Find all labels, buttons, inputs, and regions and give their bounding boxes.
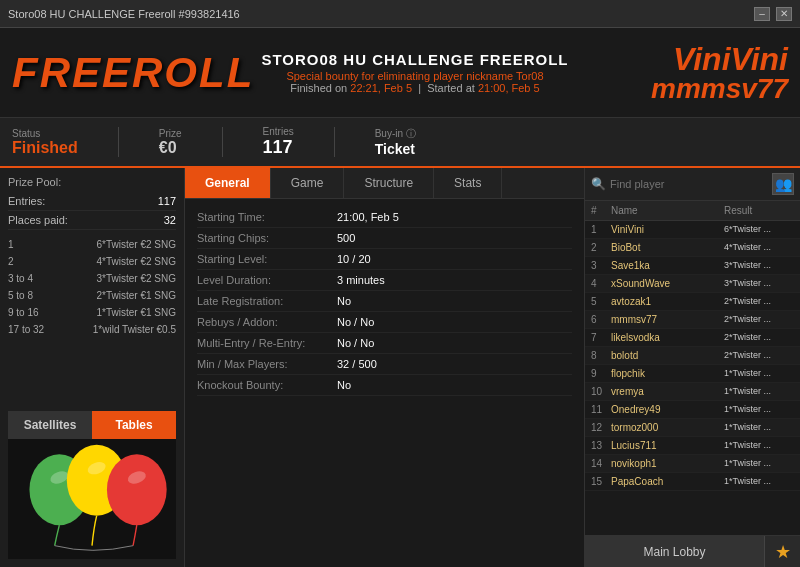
- list-item[interactable]: 7likelsvodka2*Twister ...: [585, 329, 800, 347]
- info-row: Level Duration:3 minutes: [197, 270, 572, 291]
- list-item[interactable]: 12tormoz0001*Twister ...: [585, 419, 800, 437]
- svg-point-4: [107, 454, 167, 525]
- player-rows: 1ViniVini6*Twister ...2BioBot4*Twister .…: [585, 221, 800, 491]
- window-title: Storo08 HU CHALLENGE Freeroll #993821416: [8, 8, 240, 20]
- header-center: STORO08 HU CHALLENGE FREEROLL Special bo…: [242, 51, 588, 94]
- tab-structure[interactable]: Structure: [344, 168, 434, 198]
- title-bar: Storo08 HU CHALLENGE Freeroll #993821416…: [0, 0, 800, 28]
- general-info-table: Starting Time:21:00, Feb 5Starting Chips…: [185, 199, 584, 567]
- main-lobby-button[interactable]: Main Lobby: [585, 536, 764, 568]
- center-panel: GeneralGameStructureStats Starting Time:…: [185, 168, 585, 567]
- info-row: Starting Chips:500: [197, 228, 572, 249]
- tab-general[interactable]: General: [185, 168, 271, 198]
- list-item[interactable]: 10vremya1*Twister ...: [585, 383, 800, 401]
- balloons-svg: [8, 434, 176, 564]
- prize-list: 16*Twister €2 SNG24*Twister €2 SNG3 to 4…: [8, 236, 176, 338]
- entries-row: Entries: 117: [8, 192, 176, 211]
- tournament-subtitle: Special bounty for eliminating player ni…: [242, 70, 588, 94]
- status-item-prize: Prize €0: [159, 128, 182, 157]
- search-bar: 🔍 👥: [585, 168, 800, 201]
- main-content: Prize Pool: Entries: 117 Places paid: 32…: [0, 168, 800, 567]
- list-item[interactable]: 9flopchik1*Twister ...: [585, 365, 800, 383]
- prize-pool-header: Prize Pool:: [8, 176, 176, 188]
- close-button[interactable]: ✕: [776, 7, 792, 21]
- list-item[interactable]: 6mmmsv772*Twister ...: [585, 311, 800, 329]
- search-icon: 🔍: [591, 177, 606, 191]
- minimize-button[interactable]: –: [754, 7, 770, 21]
- tab-bar: GeneralGameStructureStats: [185, 168, 584, 199]
- sponsor1: ViniVini: [588, 43, 788, 75]
- list-item[interactable]: 14novikoph11*Twister ...: [585, 455, 800, 473]
- list-item[interactable]: 15PapaCoach1*Twister ...: [585, 473, 800, 491]
- sponsor2: mmmsv77: [588, 75, 788, 103]
- info-row: Multi-Entry / Re-Entry:No / No: [197, 333, 572, 354]
- list-item[interactable]: 8bolotd2*Twister ...: [585, 347, 800, 365]
- bottom-bar: Main Lobby ★: [585, 535, 800, 567]
- divider: [118, 127, 119, 157]
- header: FREEROLL STORO08 HU CHALLENGE FREEROLL S…: [0, 28, 800, 118]
- divider: [334, 127, 335, 157]
- prize-row: 5 to 82*Twister €1 SNG: [8, 287, 176, 304]
- header-right: ViniVini mmmsv77: [588, 43, 788, 103]
- status-item-buyin: Buy-in ⓘ Ticket: [375, 127, 416, 157]
- list-item[interactable]: 1ViniVini6*Twister ...: [585, 221, 800, 239]
- left-panel: Prize Pool: Entries: 117 Places paid: 32…: [0, 168, 185, 567]
- places-row: Places paid: 32: [8, 211, 176, 230]
- window-controls: – ✕: [754, 7, 792, 21]
- list-item[interactable]: 13Lucius7111*Twister ...: [585, 437, 800, 455]
- player-table-header: # Name Result: [585, 201, 800, 221]
- status-bar: Status Finished Prize €0 Entries 117 Buy…: [0, 118, 800, 168]
- info-row: Rebuys / Addon:No / No: [197, 312, 572, 333]
- col-num: #: [591, 205, 611, 216]
- info-row: Starting Level:10 / 20: [197, 249, 572, 270]
- prize-row: 3 to 43*Twister €2 SNG: [8, 270, 176, 287]
- tournament-title: STORO08 HU CHALLENGE FREEROLL: [242, 51, 588, 68]
- col-result: Result: [724, 205, 794, 216]
- player-table: # Name Result 1ViniVini6*Twister ...2Bio…: [585, 201, 800, 535]
- add-player-button[interactable]: 👥: [772, 173, 794, 195]
- status-item-status: Status Finished: [12, 128, 78, 157]
- prize-row: 9 to 161*Twister €1 SNG: [8, 304, 176, 321]
- right-panel: 🔍 👥 # Name Result 1ViniVini6*Twister ...…: [585, 168, 800, 567]
- list-item[interactable]: 4xSoundWave3*Twister ...: [585, 275, 800, 293]
- list-item[interactable]: 2BioBot4*Twister ...: [585, 239, 800, 257]
- prize-row: 16*Twister €2 SNG: [8, 236, 176, 253]
- info-row: Knockout Bounty:No: [197, 375, 572, 396]
- list-item[interactable]: 3Save1ka3*Twister ...: [585, 257, 800, 275]
- prize-row: 17 to 321*wild Twister €0.5: [8, 321, 176, 338]
- info-row: Starting Time:21:00, Feb 5: [197, 207, 572, 228]
- status-item-entries: Entries 117: [263, 126, 294, 158]
- divider: [222, 127, 223, 157]
- search-input[interactable]: [610, 178, 768, 190]
- tab-game[interactable]: Game: [271, 168, 345, 198]
- col-name: Name: [611, 205, 724, 216]
- freeroll-logo: FREEROLL: [12, 52, 242, 94]
- info-row: Late Registration:No: [197, 291, 572, 312]
- list-item[interactable]: 5avtozak12*Twister ...: [585, 293, 800, 311]
- balloons-area: [8, 439, 176, 559]
- favorite-button[interactable]: ★: [764, 536, 800, 568]
- tab-stats[interactable]: Stats: [434, 168, 502, 198]
- list-item[interactable]: 11Onedrey491*Twister ...: [585, 401, 800, 419]
- prize-row: 24*Twister €2 SNG: [8, 253, 176, 270]
- info-row: Min / Max Players:32 / 500: [197, 354, 572, 375]
